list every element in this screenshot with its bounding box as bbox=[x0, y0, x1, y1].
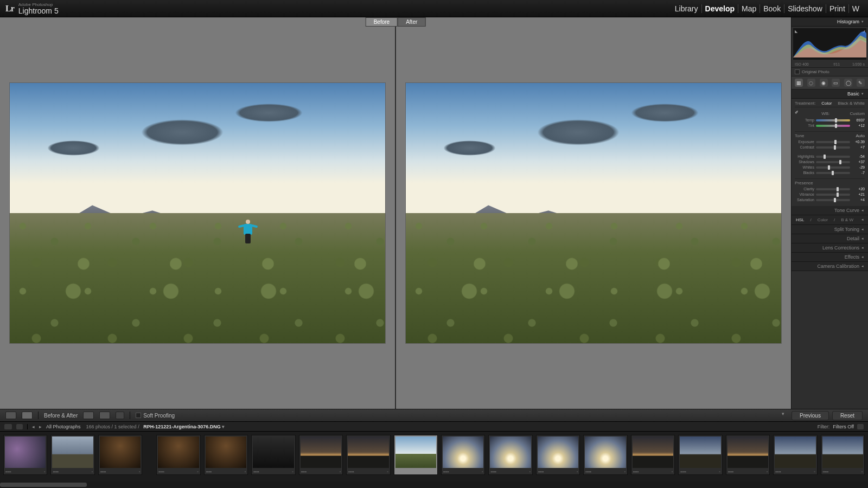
treatment-bw[interactable]: Black & White bbox=[838, 101, 865, 106]
nav-print[interactable]: Print bbox=[826, 4, 849, 13]
nav-map[interactable]: Map bbox=[738, 4, 760, 13]
basic-header[interactable]: Basic▾ bbox=[792, 89, 868, 99]
contrast-slider[interactable]: Contrast+7 bbox=[795, 145, 865, 149]
tint-slider[interactable]: Tint +12 bbox=[795, 124, 865, 127]
thumb[interactable]: •••••▫ bbox=[583, 435, 627, 475]
chevron-left-icon: ◂ bbox=[861, 208, 864, 213]
app-title: Lightroom 5 bbox=[18, 7, 59, 15]
exposure-slider[interactable]: Exposure+0.39 bbox=[795, 140, 865, 144]
tonecurve-header[interactable]: Tone Curve◂ bbox=[792, 206, 868, 215]
hsl-header[interactable]: HSL/ Color/ B & W ◂ bbox=[792, 215, 868, 225]
effects-header[interactable]: Effects◂ bbox=[792, 253, 868, 262]
brush-tool-icon[interactable]: ✎ bbox=[857, 79, 865, 87]
filmstrip-scrollbar[interactable] bbox=[0, 481, 868, 488]
nav-book[interactable]: Book bbox=[760, 4, 784, 13]
thumb[interactable]: •••••▫ bbox=[98, 435, 142, 475]
toolbar-menu-icon[interactable]: ▾ bbox=[782, 411, 788, 420]
softproof-toggle[interactable]: Soft Proofing bbox=[136, 413, 175, 419]
exif-aperture: f/11 bbox=[833, 62, 840, 66]
exif-iso: ISO 400 bbox=[795, 62, 809, 66]
thumb[interactable]: •••••▫ bbox=[346, 435, 390, 475]
after-pane[interactable] bbox=[396, 17, 791, 409]
temp-slider[interactable]: Temp 6937 bbox=[795, 118, 865, 122]
ba-swap-icon[interactable] bbox=[116, 412, 124, 419]
wb-value[interactable]: Custom bbox=[850, 111, 865, 116]
second-monitor-icon[interactable] bbox=[4, 424, 12, 429]
app-header: Lr Adobe Photoshop Lightroom 5 Library D… bbox=[0, 0, 868, 17]
ba-layout1-icon[interactable] bbox=[83, 412, 94, 419]
splittoning-header[interactable]: Split Toning◂ bbox=[792, 225, 868, 234]
detail-header[interactable]: Detail◂ bbox=[792, 234, 868, 243]
thumb[interactable]: •••••▫ bbox=[251, 435, 295, 475]
grad-tool-icon[interactable]: ▭ bbox=[832, 79, 840, 87]
chevron-left-icon: ◂ bbox=[861, 227, 864, 232]
softproof-label: Soft Proofing bbox=[143, 413, 175, 419]
person-figure bbox=[242, 219, 253, 243]
filter-value[interactable]: Filters Off bbox=[833, 424, 854, 429]
spot-tool-icon[interactable]: ◌ bbox=[807, 79, 815, 87]
histogram-label: Histogram bbox=[837, 19, 859, 24]
after-photo bbox=[406, 83, 781, 343]
loupe-view-icon[interactable] bbox=[5, 412, 16, 419]
original-photo-checkbox[interactable] bbox=[795, 69, 800, 74]
app-logo: Lr bbox=[5, 4, 14, 14]
thumb[interactable]: •••••▫ bbox=[488, 435, 532, 475]
thumb[interactable]: •••••▫ bbox=[678, 435, 722, 475]
calibration-header[interactable]: Camera Calibration◂ bbox=[792, 262, 868, 271]
scrollbar-thumb[interactable] bbox=[0, 483, 87, 487]
saturation-slider[interactable]: Saturation+4 bbox=[795, 198, 865, 202]
crop-tool-icon[interactable]: ▦ bbox=[795, 79, 803, 87]
whites-slider[interactable]: Whites-29 bbox=[795, 165, 865, 169]
filmstrip-breadcrumb[interactable]: All Photographs 166 photos / 1 selected … bbox=[46, 424, 225, 429]
original-photo-label: Original Photo bbox=[802, 69, 829, 74]
previous-button[interactable]: Previous bbox=[792, 411, 829, 420]
thumb[interactable]: •••••▫ bbox=[204, 435, 248, 475]
treatment-color[interactable]: Color bbox=[821, 101, 832, 106]
chevron-left-icon: ◂ bbox=[861, 246, 864, 250]
nav-library[interactable]: Library bbox=[672, 4, 702, 13]
blacks-slider[interactable]: Blacks-7 bbox=[795, 171, 865, 175]
ba-layout2-icon[interactable] bbox=[99, 412, 110, 419]
reset-button[interactable]: Reset bbox=[832, 411, 863, 420]
thumb[interactable]: •••••▫ bbox=[441, 435, 485, 475]
thumb[interactable]: •••••▫ bbox=[50, 435, 94, 475]
compare-view-icon[interactable] bbox=[22, 412, 33, 419]
vibrance-slider[interactable]: Vibrance+21 bbox=[795, 192, 865, 196]
thumb[interactable]: •••••▫ bbox=[631, 435, 675, 475]
before-after-tabs: Before After bbox=[366, 17, 426, 27]
softproof-checkbox[interactable] bbox=[136, 413, 141, 418]
before-pane[interactable] bbox=[0, 17, 396, 409]
histogram-header[interactable]: Histogram▾ bbox=[792, 17, 868, 27]
original-photo-row[interactable]: Original Photo bbox=[792, 68, 868, 76]
nav-fwd-icon[interactable]: ▸ bbox=[39, 424, 42, 429]
lens-header[interactable]: Lens Corrections◂ bbox=[792, 243, 868, 253]
grid-icon[interactable] bbox=[16, 424, 23, 429]
tab-after[interactable]: After bbox=[398, 17, 425, 27]
nav-develop[interactable]: Develop bbox=[702, 4, 738, 13]
redeye-tool-icon[interactable]: ◉ bbox=[820, 79, 828, 87]
nav-slideshow[interactable]: Slideshow bbox=[784, 4, 826, 13]
nav-back-icon[interactable]: ◂ bbox=[32, 424, 35, 429]
tab-before[interactable]: Before bbox=[366, 17, 398, 27]
presence-label: Presence bbox=[795, 181, 813, 185]
thumb[interactable]: •••••▫ bbox=[299, 435, 343, 475]
filmstrip[interactable]: •••••▫ •••••▫ •••••▫ •••••▫ •••••▫ •••••… bbox=[0, 432, 868, 481]
thumb[interactable]: •••••▫ bbox=[726, 435, 770, 475]
shadows-slider[interactable]: Shadows+37 bbox=[795, 160, 865, 164]
thumb[interactable]: •••••▫ bbox=[773, 435, 817, 475]
basic-body: Treatment: Color Black & White ✐ WB: Cus… bbox=[792, 99, 868, 206]
basic-label: Basic bbox=[847, 91, 859, 97]
thumb[interactable]: •••••▫ bbox=[156, 435, 200, 475]
thumb[interactable]: •••••▫ bbox=[536, 435, 580, 475]
tone-auto[interactable]: Auto bbox=[856, 133, 865, 138]
nav-web[interactable]: W bbox=[849, 4, 863, 13]
radial-tool-icon[interactable]: ◯ bbox=[844, 79, 852, 87]
filter-lock-icon[interactable] bbox=[857, 424, 864, 429]
eyedropper-icon[interactable]: ✐ bbox=[795, 110, 801, 117]
thumb[interactable]: •••••▫ bbox=[821, 435, 865, 475]
highlights-slider[interactable]: Highlights-54 bbox=[795, 155, 865, 158]
thumb[interactable]: •••••▫ bbox=[3, 435, 47, 475]
thumb-selected[interactable]: •••••▫ bbox=[394, 435, 438, 475]
histogram[interactable]: ◣ ◢ bbox=[793, 28, 866, 60]
clarity-slider[interactable]: Clarity+20 bbox=[795, 187, 865, 191]
